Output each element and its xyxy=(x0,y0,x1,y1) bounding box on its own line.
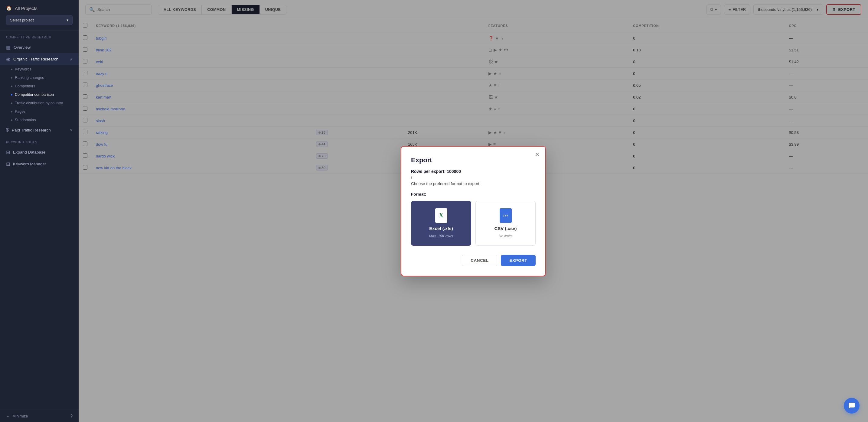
modal-info: i xyxy=(411,175,536,180)
sidebar-top: 🏠 All Projects Select project ▾ xyxy=(0,0,79,31)
modal-close-button[interactable]: ✕ xyxy=(535,152,540,158)
format-options: Excel (.xls) Max. 10K rows CSV (.csv) No… xyxy=(411,201,536,246)
sidebar-item-overview[interactable]: ▦ Overview xyxy=(0,41,79,53)
format-csv-card[interactable]: CSV (.csv) No limits xyxy=(475,201,536,246)
modal-export-button[interactable]: EXPORT xyxy=(501,255,536,266)
csv-icon xyxy=(500,208,512,223)
chat-bubble[interactable] xyxy=(844,398,860,414)
project-selector[interactable]: Select project ▾ xyxy=(6,15,72,25)
cancel-button[interactable]: CANCEL xyxy=(462,255,497,266)
chevron-down-icon: ▾ xyxy=(66,18,69,22)
modal-overlay[interactable]: ✕ Export Rows per export: 100000 i Choos… xyxy=(79,0,868,422)
dollar-icon: $ xyxy=(6,127,9,133)
csv-label: CSV (.csv) xyxy=(494,226,517,231)
modal-title: Export xyxy=(411,156,536,164)
sidebar: 🏠 All Projects Select project ▾ COMPETIT… xyxy=(0,0,79,422)
sidebar-item-competitors[interactable]: Competitors xyxy=(11,82,79,90)
modal-format-label: Format: xyxy=(411,192,536,196)
excel-sub: Max. 10K rows xyxy=(429,234,453,238)
grid-icon: ▦ xyxy=(6,44,10,50)
sidebar-item-traffic-distribution[interactable]: Traffic distribution by country xyxy=(11,99,79,107)
export-modal: ✕ Export Rows per export: 100000 i Choos… xyxy=(401,146,546,276)
chat-icon xyxy=(848,402,855,409)
csv-sub: No limits xyxy=(498,234,512,238)
modal-subtitle: Choose the preferred format to export xyxy=(411,182,536,186)
sidebar-item-ranking-changes[interactable]: Ranking changes xyxy=(11,73,79,82)
sidebar-item-subdomains[interactable]: Subdomains xyxy=(11,116,79,124)
sidebar-item-keywords[interactable]: Keywords xyxy=(11,65,79,73)
question-icon: ? xyxy=(70,414,72,418)
format-excel-card[interactable]: Excel (.xls) Max. 10K rows xyxy=(411,201,471,246)
excel-label: Excel (.xls) xyxy=(429,226,453,231)
home-icon: 🏠 xyxy=(6,5,12,11)
modal-footer: CANCEL EXPORT xyxy=(411,255,536,266)
database-icon: ⊞ xyxy=(6,149,10,155)
sidebar-item-all-projects[interactable]: 🏠 All Projects xyxy=(6,5,72,11)
organic-traffic-submenu: Keywords Ranking changes Competitors Com… xyxy=(0,65,79,124)
chevron-up-icon: ∧ xyxy=(70,57,72,61)
sidebar-bottom: ← Minimize ? xyxy=(0,410,79,422)
bookmark-icon: ⊟ xyxy=(6,161,10,167)
eye-icon: ◉ xyxy=(6,56,10,62)
excel-icon xyxy=(435,208,447,223)
sidebar-item-expand-database[interactable]: ⊞ Expand Database xyxy=(0,146,79,158)
minimize-button[interactable]: ← Minimize ? xyxy=(6,414,72,418)
sidebar-item-pages[interactable]: Pages xyxy=(11,107,79,116)
sidebar-item-competitor-comparison[interactable]: Competitor comparison xyxy=(11,90,79,99)
main-content: 🔍 ALL KEYWORDS COMMON MISSING UNIQUE ⧉ ▾… xyxy=(79,0,868,422)
modal-rows-label: Rows per export: 100000 xyxy=(411,169,536,174)
sidebar-item-paid-traffic[interactable]: $ Paid Traffic Research ∨ xyxy=(0,124,79,136)
sidebar-item-organic-traffic[interactable]: ◉ Organic Traffic Research ∧ xyxy=(0,53,79,65)
sidebar-item-keyword-manager[interactable]: ⊟ Keyword Manager xyxy=(0,158,79,170)
keyword-tools-section: KEYWORD TOOLS xyxy=(0,136,79,146)
competitive-research-section: COMPETITIVE RESEARCH xyxy=(0,31,79,41)
chevron-down-icon: ∨ xyxy=(70,128,72,132)
arrow-left-icon: ← xyxy=(6,414,10,418)
